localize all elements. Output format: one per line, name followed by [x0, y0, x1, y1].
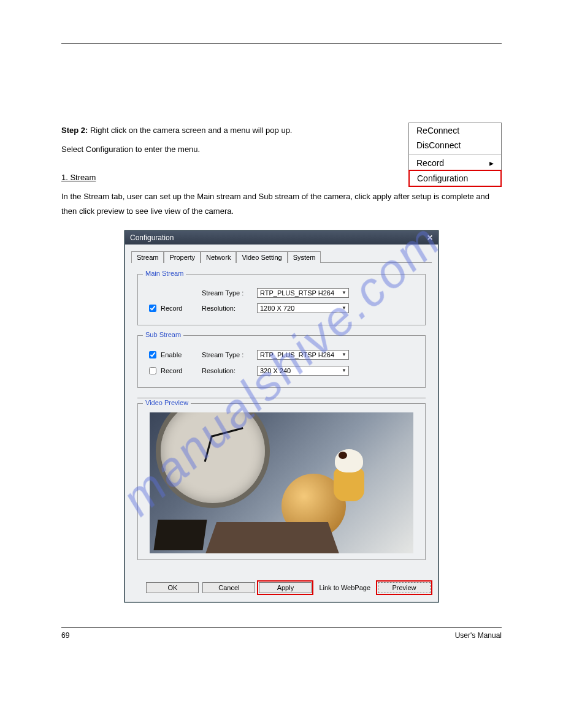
close-icon[interactable]: ✕	[427, 233, 433, 242]
preview-button[interactable]: Preview	[378, 582, 431, 593]
tab-network[interactable]: Network	[201, 251, 236, 263]
sub-resolution-label: Resolution:	[202, 367, 257, 374]
main-record-checkbox[interactable]	[149, 305, 156, 312]
section-1-title: 1. Stream	[61, 173, 96, 182]
inner-separator	[137, 398, 426, 398]
page-header-rule	[61, 43, 502, 44]
ok-button[interactable]: OK	[146, 582, 199, 593]
menu-item-record[interactable]: Record ▸	[409, 156, 501, 170]
menu-separator	[409, 154, 501, 154]
configuration-dialog: Configuration ✕ Stream Property Network …	[124, 230, 439, 602]
dialog-title: Configuration	[130, 233, 174, 242]
sub-stream-type-select[interactable]: RTP_PLUS_RTSP H264	[257, 350, 349, 360]
preview-figurine	[327, 449, 370, 504]
sub-stream-group: Sub Stream Enable Stream Type : RTP_PLUS…	[137, 335, 426, 388]
preview-cloth	[204, 522, 340, 553]
sub-record-label: Record	[161, 367, 182, 374]
sub-record-checkbox[interactable]	[149, 367, 156, 374]
menu-item-configuration[interactable]: Configuration	[408, 170, 502, 187]
tab-property[interactable]: Property	[164, 251, 201, 263]
main-stream-legend: Main Stream	[143, 270, 186, 277]
section-1-text: In the Stream tab, user can set up the M…	[61, 189, 502, 218]
page-footer-rule	[61, 627, 502, 628]
sub-resolution-select[interactable]: 320 X 240	[257, 366, 349, 376]
tab-system[interactable]: System	[288, 251, 321, 263]
menu-item-reconnect[interactable]: ReConnect	[409, 123, 501, 138]
context-menu: ReConnect DisConnect Record ▸ Configurat…	[408, 123, 502, 187]
main-stream-type-label: Stream Type :	[202, 289, 257, 297]
footer-page-number: 69	[61, 631, 69, 640]
video-preview-image	[150, 412, 413, 553]
link-to-webpage[interactable]: Link to WebPage	[315, 583, 374, 593]
main-stream-group: Main Stream Stream Type : RTP_PLUS_RTSP …	[137, 274, 426, 325]
sub-stream-legend: Sub Stream	[143, 331, 183, 338]
cancel-button[interactable]: Cancel	[202, 582, 255, 593]
clock-icon	[156, 412, 270, 508]
tab-bar: Stream Property Network Video Setting Sy…	[131, 251, 432, 262]
main-resolution-label: Resolution:	[202, 305, 257, 312]
apply-button[interactable]: Apply	[259, 582, 312, 593]
main-record-label: Record	[161, 305, 182, 312]
sub-enable-checkbox[interactable]	[149, 351, 156, 358]
sub-enable-label: Enable	[161, 351, 182, 358]
dialog-titlebar: Configuration ✕	[125, 231, 438, 245]
menu-item-disconnect[interactable]: DisConnect	[409, 138, 501, 153]
video-preview-group: Video Preview	[137, 403, 426, 560]
sub-stream-type-label: Stream Type :	[202, 351, 257, 358]
submenu-arrow-icon: ▸	[489, 158, 494, 168]
menu-item-record-label: Record	[416, 158, 444, 168]
tab-video-setting[interactable]: Video Setting	[236, 251, 287, 263]
video-preview-legend: Video Preview	[143, 399, 191, 406]
tab-stream[interactable]: Stream	[131, 251, 164, 263]
main-stream-type-select[interactable]: RTP_PLUS_RTSP H264	[257, 288, 349, 298]
main-resolution-select[interactable]: 1280 X 720	[257, 303, 349, 313]
preview-box	[153, 520, 207, 550]
footer-doc-title: User's Manual	[455, 631, 502, 640]
dialog-button-bar: OK Cancel Apply Link to WebPage Preview	[125, 576, 438, 602]
